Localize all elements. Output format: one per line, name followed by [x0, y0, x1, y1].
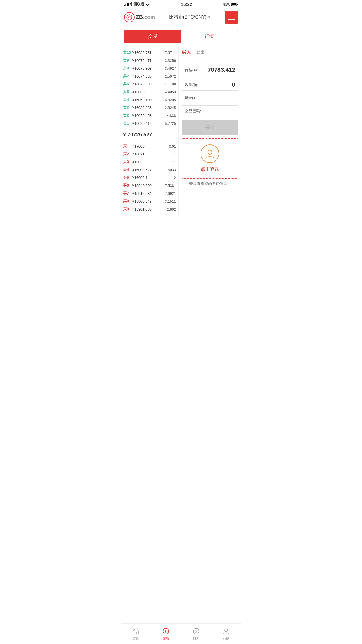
svg-rect-7	[232, 3, 236, 5]
sell-price: ¥16020.458	[131, 114, 167, 118]
sell-price: ¥16020.412	[131, 122, 165, 126]
price-field: 价格(¥): 70783.412	[182, 64, 238, 76]
sell-tab[interactable]: 卖出	[196, 49, 205, 57]
buy-qty: 1.6033	[165, 168, 176, 172]
sell-order-row[interactable]: 卖7 ¥16074.383 2.5972	[123, 72, 176, 80]
buy-order-row[interactable]: 买8 ¥15909.248 3.1511	[123, 197, 176, 205]
svg-rect-1	[126, 4, 126, 6]
buy-price: ¥16003.527	[131, 168, 165, 172]
buy-qty: 11	[172, 160, 176, 164]
buy-order-row[interactable]: 买4 ¥16003.527 1.6033	[123, 166, 176, 174]
buy-price: ¥15940.299	[131, 184, 165, 188]
sell-order-row[interactable]: 卖2 ¥16020.458 4.838	[123, 112, 176, 120]
sell-orders: 卖10 ¥16082.751 7.3711 卖9 ¥16075.471 3.32…	[123, 49, 176, 127]
price-direction-icon: —	[154, 132, 160, 138]
sell-label: 卖2	[123, 113, 131, 118]
main-content: 卖10 ¥16082.751 7.3711 卖9 ¥16075.471 3.32…	[121, 47, 241, 215]
buy-qty: 1	[174, 152, 176, 156]
header-title[interactable]: 比特币(BTC/CNY) ▼	[169, 14, 211, 20]
buy-order-row[interactable]: 买3 ¥16020 11	[123, 158, 176, 166]
buy-price: ¥16003.1	[131, 176, 174, 180]
sell-price: ¥16075.471	[131, 59, 165, 63]
total-row: 折合(¥):	[182, 94, 238, 102]
buy-qty: 0.01	[169, 144, 176, 148]
svg-point-10	[208, 150, 212, 154]
sell-label: 卖1	[123, 121, 131, 126]
svg-text:ZB: ZB	[128, 16, 132, 19]
buy-order-row[interactable]: 买2 ¥16021 1	[123, 150, 176, 158]
login-prompt: 点击登录	[182, 138, 238, 179]
buy-label: 买6	[123, 183, 131, 188]
sell-order-row[interactable]: 卖9 ¥16075.471 3.3256	[123, 57, 176, 64]
current-price: ¥ 70725.527	[123, 132, 152, 138]
sell-price: ¥16065.9	[131, 90, 165, 94]
buy-order-row[interactable]: 买9 ¥15901.083 2.892	[123, 205, 176, 213]
status-left: 中国联通	[124, 2, 150, 7]
sell-order-row[interactable]: 卖6 ¥16073.888 4.1798	[123, 80, 176, 88]
buy-label: 买7	[123, 191, 131, 196]
quantity-value[interactable]: 0	[232, 81, 235, 88]
logo: ZB ZB.com	[124, 12, 155, 22]
sell-order-row[interactable]: 卖4 ¥16059.109 6.8205	[123, 96, 176, 104]
buy-label: 买1	[123, 144, 131, 149]
quantity-field: 数量(฿): 0	[182, 79, 238, 91]
buy-qty: 2.892	[167, 207, 176, 211]
main-tab-bar: 交易 行情	[124, 30, 238, 43]
hamburger-button[interactable]	[225, 11, 238, 24]
buy-tab[interactable]: 买入	[182, 49, 191, 57]
signal-icon	[124, 3, 129, 6]
carrier-label: 中国联通	[130, 2, 144, 7]
tab-trade[interactable]: 交易	[124, 30, 181, 43]
sell-order-row[interactable]: 卖8 ¥16075.303 3.4927	[123, 64, 176, 72]
right-panel: 买入 卖出 价格(¥): 70783.412 数量(฿): 0 折合(¥):	[179, 47, 241, 215]
sell-price: ¥16059.109	[131, 98, 165, 102]
total-label: 折合(¥):	[184, 96, 198, 100]
price-value[interactable]: 70783.412	[208, 66, 235, 73]
buy-label: 买5	[123, 175, 131, 180]
sell-order-row[interactable]: 卖3 ¥16039.836 2.8245	[123, 104, 176, 112]
sell-qty: 7.3711	[165, 51, 176, 55]
buy-qty: 7.6921	[165, 192, 176, 196]
sell-order-row[interactable]: 卖1 ¥16020.412 5.7725	[123, 120, 176, 127]
login-sub-text: 登录查看您的资产信息！	[182, 181, 238, 186]
user-icon	[205, 148, 215, 159]
buy-qty: 2	[174, 176, 176, 180]
quantity-label: 数量(฿):	[185, 82, 198, 88]
buy-label: 买2	[123, 152, 131, 157]
login-button[interactable]: 点击登录	[201, 167, 219, 173]
svg-rect-0	[124, 5, 125, 6]
sell-label: 卖7	[123, 74, 131, 79]
sell-label: 卖3	[123, 105, 131, 110]
sell-order-row[interactable]: 卖5 ¥16065.9 4.4053	[123, 88, 176, 96]
svg-point-4	[147, 5, 148, 6]
buy-price: ¥15901.083	[131, 207, 167, 211]
sell-price: ¥16082.751	[131, 51, 165, 55]
buy-price: ¥15912.284	[131, 192, 165, 196]
buy-order-row[interactable]: 买7 ¥15912.284 7.6921	[123, 190, 176, 197]
sell-price: ¥16075.303	[131, 66, 165, 71]
sell-qty: 2.8245	[165, 106, 176, 110]
sell-label: 卖6	[123, 82, 131, 87]
time-display: 16:22	[181, 2, 192, 7]
buy-order-row[interactable]: 买1 ¥17000 0.01	[123, 142, 176, 150]
buy-button[interactable]: 买入	[182, 120, 238, 135]
price-label: 价格(¥):	[185, 67, 198, 73]
sell-qty: 3.4927	[165, 66, 176, 71]
market-pair-label: 比特币(BTC/CNY)	[169, 14, 207, 20]
logo-text: ZB.com	[136, 14, 155, 20]
buy-order-row[interactable]: 买6 ¥15940.299 7.5381	[123, 182, 176, 190]
battery-icon	[231, 3, 238, 6]
password-field[interactable]: 交易密码:	[182, 105, 238, 117]
header: ZB ZB.com 比特币(BTC/CNY) ▼	[121, 8, 241, 26]
sell-qty: 3.3256	[165, 59, 176, 63]
sell-order-row[interactable]: 卖10 ¥16082.751 7.3711	[123, 49, 176, 57]
order-book: 卖10 ¥16082.751 7.3711 卖9 ¥16075.471 3.32…	[121, 47, 179, 215]
buy-order-row[interactable]: 买5 ¥16003.1 2	[123, 174, 176, 182]
buysell-tabs: 买入 卖出	[182, 49, 238, 60]
status-right: 81%	[223, 2, 238, 6]
buy-price: ¥15909.248	[131, 200, 165, 204]
tab-market[interactable]: 行情	[181, 30, 238, 43]
login-avatar-icon	[201, 144, 219, 163]
buy-price: ¥16020	[131, 160, 172, 164]
buy-price: ¥16021	[131, 152, 174, 156]
